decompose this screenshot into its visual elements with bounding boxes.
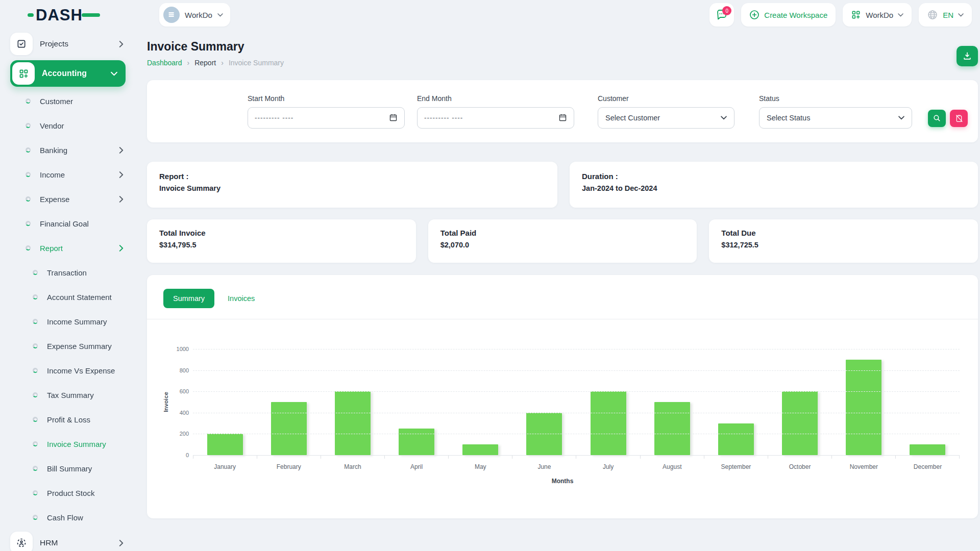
tab-invoices[interactable]: Invoices <box>228 294 255 303</box>
total-invoice-label: Total Invoice <box>159 229 404 237</box>
calendar-icon <box>558 113 567 122</box>
sidebar-item-projects[interactable]: Projects <box>10 31 137 57</box>
y-tick-label: 800 <box>180 367 189 373</box>
customer-label: Customer <box>598 94 734 103</box>
bullet-icon <box>33 270 38 275</box>
bar-slot <box>640 349 704 455</box>
chevron-right-icon <box>119 196 124 203</box>
bar-december[interactable] <box>910 444 945 455</box>
customer-select[interactable]: Select Customer <box>598 107 734 129</box>
duration-card: Duration : Jan-2024 to Dec-2024 <box>570 162 978 208</box>
y-tick-label: 400 <box>180 410 189 416</box>
checkbox-icon <box>16 39 27 49</box>
create-workspace-button[interactable]: Create Workspace <box>741 3 836 27</box>
bar-slot <box>832 349 896 455</box>
x-tick-label: September <box>704 463 768 470</box>
bar-february[interactable] <box>271 402 307 455</box>
breadcrumb-current: Invoice Summary <box>229 59 284 67</box>
create-workspace-label: Create Workspace <box>764 11 827 19</box>
bullet-icon <box>33 392 38 397</box>
sidebar-item-product-stock[interactable]: Product Stock <box>10 481 137 505</box>
bullet-icon <box>26 245 31 251</box>
messages-button[interactable]: 0 <box>709 3 734 27</box>
sidebar-item-financial-goal[interactable]: Financial Goal <box>10 211 137 236</box>
bar-august[interactable] <box>654 402 690 455</box>
grid-plus-icon <box>851 10 861 20</box>
sidebar-item-income[interactable]: Income <box>10 162 137 187</box>
sidebar-item-label: Cash Flow <box>47 513 83 522</box>
total-invoice-value: $314,795.5 <box>159 241 404 249</box>
workspace-chip[interactable]: WorkDo <box>159 3 230 27</box>
chevron-right-icon <box>119 147 124 154</box>
page-header: Invoice Summary Dashboard › Report › Inv… <box>147 40 978 67</box>
apply-filter-button[interactable] <box>928 110 946 127</box>
bar-march[interactable] <box>335 391 371 455</box>
bar-september[interactable] <box>718 423 754 455</box>
bar-april[interactable] <box>399 429 434 455</box>
x-tick-label: June <box>512 463 576 470</box>
end-month-label: End Month <box>417 94 574 103</box>
bar-slot <box>768 349 832 455</box>
sidebar-item-profit-loss[interactable]: Profit & Loss <box>10 407 137 432</box>
sidebar-item-income-summary[interactable]: Income Summary <box>10 309 137 334</box>
bullet-icon <box>26 98 31 104</box>
sidebar-item-report[interactable]: Report <box>10 236 137 260</box>
sidebar-item-transaction[interactable]: Transaction <box>10 260 137 285</box>
top-bar: DASH WorkDo 0 Create Workspace <box>0 0 980 30</box>
filter-actions <box>928 110 968 127</box>
sidebar-item-cash-flow[interactable]: Cash Flow <box>10 505 137 530</box>
workspace-switcher[interactable]: WorkDo <box>843 3 912 27</box>
end-month-placeholder: --------- ---- <box>424 114 558 121</box>
bullet-icon <box>33 466 38 471</box>
x-tick-label: April <box>385 463 449 470</box>
sidebar-item-label: Expense Summary <box>47 342 112 350</box>
x-tick-mark <box>512 455 576 459</box>
sidebar-item-account-statement[interactable]: Account Statement <box>10 285 137 309</box>
bar-july[interactable] <box>591 391 626 455</box>
bar-may[interactable] <box>462 444 498 455</box>
sidebar-item-bill-summary[interactable]: Bill Summary <box>10 456 137 481</box>
chevron-down-icon <box>721 116 727 120</box>
bar-slot <box>704 349 768 455</box>
sidebar-item-hrm[interactable]: HRM <box>10 530 137 551</box>
end-month-input[interactable]: --------- ---- <box>417 107 574 129</box>
breadcrumb-separator: › <box>221 59 224 67</box>
total-paid-label: Total Paid <box>440 229 685 237</box>
sidebar-item-banking[interactable]: Banking <box>10 138 137 162</box>
x-tick-mark <box>385 455 449 459</box>
sidebar-item-label: Projects <box>40 39 68 48</box>
chart-card: Summary Invoices Invoice 100080060040020… <box>147 275 978 518</box>
sidebar-item-label: Income <box>40 170 65 179</box>
sidebar-item-tax-summary[interactable]: Tax Summary <box>10 383 137 407</box>
x-axis-labels: JanuaryFebruaryMarchAprilMayJuneJulyAugu… <box>193 463 960 470</box>
sidebar-item-expense-summary[interactable]: Expense Summary <box>10 334 137 358</box>
sidebar-item-income-vs-expense[interactable]: Income Vs Expense <box>10 358 137 383</box>
bar-january[interactable] <box>207 434 243 455</box>
reset-filter-button[interactable] <box>950 110 968 127</box>
chevron-down-icon <box>898 13 903 17</box>
download-button[interactable] <box>957 46 978 66</box>
total-paid-value: $2,070.0 <box>440 241 685 249</box>
sidebar-item-invoice-summary[interactable]: Invoice Summary <box>10 432 137 456</box>
x-axis-title: Months <box>147 478 978 485</box>
gridline <box>193 349 960 349</box>
building-icon <box>167 11 176 19</box>
language-selector[interactable]: EN <box>919 3 972 27</box>
breadcrumb-dashboard[interactable]: Dashboard <box>147 59 182 67</box>
sidebar-item-vendor[interactable]: Vendor <box>10 113 137 138</box>
status-select[interactable]: Select Status <box>759 107 912 129</box>
breadcrumb-report[interactable]: Report <box>194 59 216 67</box>
customer-select-value: Select Customer <box>605 114 721 122</box>
chart-tabs: Summary Invoices <box>147 289 978 308</box>
sidebar-item-accounting[interactable]: Accounting <box>10 60 126 87</box>
start-month-input[interactable]: --------- ---- <box>248 107 405 129</box>
bar-november[interactable] <box>846 360 881 455</box>
bullet-icon <box>26 123 31 128</box>
tab-summary[interactable]: Summary <box>163 289 214 308</box>
bar-october[interactable] <box>782 391 818 455</box>
sidebar-item-customer[interactable]: Customer <box>10 89 137 113</box>
language-code: EN <box>943 11 953 19</box>
bullet-icon <box>26 172 31 177</box>
bar-slot <box>257 349 321 455</box>
sidebar-item-expense[interactable]: Expense <box>10 187 137 211</box>
